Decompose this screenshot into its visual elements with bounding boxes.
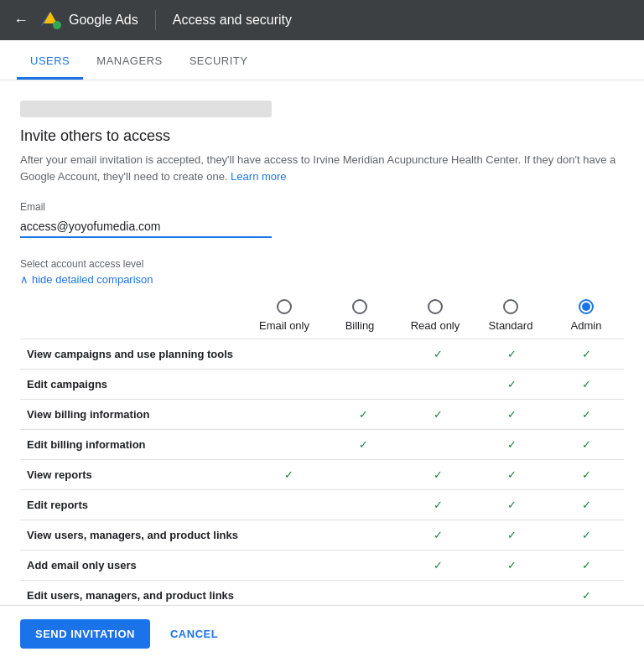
table-row: Edit reports✓✓✓ <box>20 490 624 520</box>
check-admin: ✓ <box>549 490 624 520</box>
blurred-bar <box>20 101 272 117</box>
check-admin: ✓ <box>549 551 624 581</box>
check-read_only: ✓ <box>401 400 475 430</box>
footer: SEND INVITATION CANCEL <box>0 605 644 662</box>
svg-point-2 <box>53 21 61 29</box>
feature-name: Edit reports <box>20 490 252 520</box>
access-col-admin: Admin <box>548 299 624 332</box>
check-email_only: ✓ <box>252 460 326 490</box>
access-col-billing: Billing <box>322 299 397 332</box>
check-admin: ✓ <box>549 400 624 430</box>
check-read_only: ✓ <box>401 339 475 370</box>
check-billing: ✓ <box>326 400 401 430</box>
app-logo: Google Ads <box>39 8 138 32</box>
feature-name: Edit campaigns <box>20 370 252 400</box>
check-admin: ✓ <box>549 370 624 400</box>
check-standard: ✓ <box>475 430 549 460</box>
check-read_only <box>401 370 475 400</box>
content-area: Invite others to access After your email… <box>0 80 644 662</box>
feature-name: View billing information <box>20 400 252 430</box>
table-row: View users, managers, and product links✓… <box>20 520 624 551</box>
check-email_only <box>252 370 326 400</box>
table-row: View billing information✓✓✓✓ <box>20 400 624 430</box>
invite-title: Invite others to access <box>20 127 624 145</box>
cancel-button[interactable]: CANCEL <box>164 619 225 649</box>
check-email_only <box>252 520 326 551</box>
access-col-read-only: Read only <box>397 299 473 332</box>
feature-name: View campaigns and use planning tools <box>20 339 252 370</box>
access-col-email-only: Email only <box>247 299 322 332</box>
header: ← Google Ads Access and security <box>0 0 644 40</box>
check-billing <box>326 490 401 520</box>
label-admin: Admin <box>571 319 602 332</box>
check-admin: ✓ <box>549 520 624 551</box>
check-standard: ✓ <box>475 551 549 581</box>
feature-name: View reports <box>20 460 252 490</box>
check-read_only: ✓ <box>401 490 475 520</box>
radio-email-only[interactable] <box>277 299 292 314</box>
email-label: Email <box>20 201 624 213</box>
check-billing <box>326 339 401 370</box>
tab-managers[interactable]: MANAGERS <box>83 44 175 80</box>
send-invitation-button[interactable]: SEND INVITATION <box>20 619 150 649</box>
check-email_only <box>252 339 326 370</box>
email-input[interactable] <box>20 216 272 238</box>
feature-name: Add email only users <box>20 551 252 581</box>
check-email_only <box>252 400 326 430</box>
radio-admin[interactable] <box>579 299 594 314</box>
nav-bar: USERS MANAGERS SECURITY <box>0 40 644 80</box>
check-billing: ✓ <box>326 430 401 460</box>
check-email_only <box>252 490 326 520</box>
table-row: View campaigns and use planning tools✓✓✓ <box>20 339 624 370</box>
check-billing <box>326 551 401 581</box>
access-levels-row: Email only Billing Read only Standard Ad… <box>20 299 624 332</box>
access-level-label: Select account access level <box>20 258 624 270</box>
check-read_only <box>401 430 475 460</box>
check-standard: ✓ <box>475 520 549 551</box>
back-button[interactable]: ← <box>13 12 29 29</box>
learn-more-link[interactable]: Learn more <box>231 170 286 183</box>
radio-read-only[interactable] <box>428 299 443 314</box>
check-admin: ✓ <box>549 460 624 490</box>
feature-name: Edit billing information <box>20 430 252 460</box>
comparison-table: View campaigns and use planning tools✓✓✓… <box>20 339 624 610</box>
check-email_only <box>252 430 326 460</box>
toggle-comparison[interactable]: ∧ hide detailed comparison <box>20 273 624 286</box>
tab-security[interactable]: SECURITY <box>176 44 262 80</box>
access-col-standard: Standard <box>473 299 548 332</box>
check-admin: ✓ <box>549 430 624 460</box>
invite-description: After your email invitation is accepted,… <box>20 152 624 184</box>
tab-users[interactable]: USERS <box>17 44 83 80</box>
check-email_only <box>252 551 326 581</box>
label-standard: Standard <box>489 319 533 332</box>
app-name: Google Ads <box>69 13 138 28</box>
check-standard: ✓ <box>475 339 549 370</box>
check-admin: ✓ <box>549 339 624 370</box>
check-billing <box>326 370 401 400</box>
check-billing <box>326 520 401 551</box>
table-row: View reports✓✓✓✓ <box>20 460 624 490</box>
feature-name: View users, managers, and product links <box>20 520 252 551</box>
label-email-only: Email only <box>259 319 309 332</box>
table-row: Add email only users✓✓✓ <box>20 551 624 581</box>
check-standard: ✓ <box>475 400 549 430</box>
table-row: Edit billing information✓✓✓ <box>20 430 624 460</box>
radio-standard[interactable] <box>503 299 518 314</box>
table-row: Edit campaigns✓✓ <box>20 370 624 400</box>
check-standard: ✓ <box>475 460 549 490</box>
check-billing <box>326 460 401 490</box>
header-divider <box>155 10 156 30</box>
check-standard: ✓ <box>475 370 549 400</box>
check-read_only: ✓ <box>401 551 475 581</box>
chevron-up-icon: ∧ <box>20 273 29 286</box>
radio-billing[interactable] <box>352 299 367 314</box>
check-read_only: ✓ <box>401 520 475 551</box>
page-title: Access and security <box>173 13 292 28</box>
label-read-only: Read only <box>411 319 460 332</box>
check-standard: ✓ <box>475 490 549 520</box>
access-section: Select account access level ∧ hide detai… <box>20 258 624 610</box>
check-read_only: ✓ <box>401 460 475 490</box>
label-billing: Billing <box>345 319 375 332</box>
